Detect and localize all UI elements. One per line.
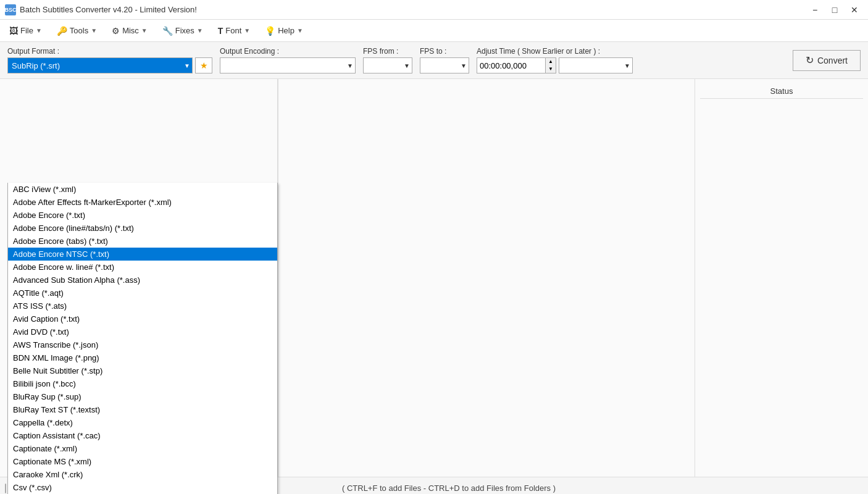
menu-misc[interactable]: ⚙ Misc ▼ [105, 23, 154, 39]
dropdown-list-item[interactable]: AWS Transcribe (*.json) [8, 338, 277, 351]
misc-icon: ⚙ [112, 26, 120, 36]
tools-icon: 🔑 [57, 26, 67, 36]
dropdown-list-item[interactable]: Adobe After Effects ft-MarkerExporter (*… [8, 196, 277, 209]
window-title: Batch Subtitles Converter v4.20 - Limite… [20, 5, 197, 14]
time-input[interactable] [477, 58, 545, 73]
adjust-time-label: Adjust Time ( Show Earlier or Later ) : [477, 47, 633, 56]
time-spinners: ▲ ▼ [545, 58, 556, 73]
convert-icon: ↻ [806, 54, 814, 66]
dropdown-list-item[interactable]: Caraoke Xml (*.crk) [8, 468, 277, 481]
toolbar: Output Format : SubRip (*.srt) ▼ ★ Outpu… [0, 42, 868, 79]
dropdown-list-item[interactable]: Advanced Sub Station Alpha (*.ass) [8, 274, 277, 287]
convert-button[interactable]: ↻ Convert [793, 50, 861, 71]
title-bar: BSC Batch Subtitles Converter v4.20 - Li… [0, 0, 868, 20]
dropdown-list-item[interactable]: Captionate MS (*.xml) [8, 455, 277, 468]
fixes-arrow: ▼ [197, 27, 203, 34]
font-arrow: ▼ [244, 27, 250, 34]
misc-arrow: ▼ [141, 27, 148, 34]
menu-tools-label: Tools [70, 26, 88, 35]
status-area: Status [695, 79, 868, 477]
adjust-time-select-wrapper: ▼ [559, 57, 633, 73]
dropdown-list-item[interactable]: Caption Assistant (*.cac) [8, 429, 277, 442]
dropdown-list-item[interactable]: Csv (*.csv) [8, 481, 277, 494]
fps-from-select[interactable] [363, 57, 412, 73]
menu-misc-label: Misc [122, 26, 139, 35]
files-area: Status [278, 79, 868, 477]
dropdown-list-item[interactable]: Adobe Encore w. line# (*.txt) [8, 261, 277, 274]
dropdown-list-item[interactable]: BluRay Sup (*.sup) [8, 390, 277, 403]
adjust-time-select[interactable] [559, 57, 633, 73]
fps-from-select-wrapper: ▼ [363, 57, 412, 73]
menu-file-label: File [20, 26, 33, 35]
menu-fixes[interactable]: 🔧 Fixes ▼ [156, 23, 210, 39]
status-header: Status [700, 84, 863, 99]
dropdown-list-item[interactable]: Belle Nuit Subtitler (*.stp) [8, 364, 277, 377]
format-select-wrapper: SubRip (*.srt) ▼ [7, 57, 193, 73]
fps-from-label: FPS from : [363, 47, 412, 56]
dropdown-list-item[interactable]: Adobe Encore (*.txt) [8, 209, 277, 222]
dropdown-list-item[interactable]: Avid Caption (*.txt) [8, 312, 277, 325]
time-input-wrapper: ▲ ▼ [477, 57, 556, 73]
font-icon: T [218, 26, 223, 36]
dropdown-list-item[interactable]: Avid DVD (*.txt) [8, 325, 277, 338]
dropdown-list-item[interactable]: Captionate (*.xml) [8, 442, 277, 455]
tools-arrow: ▼ [91, 27, 97, 34]
fps-to-select-wrapper: ▼ [420, 57, 469, 73]
menu-fixes-label: Fixes [175, 26, 194, 35]
encoding-select-wrapper: ▼ [220, 57, 356, 73]
dropdown-list-item[interactable]: ABC iView (*.xml) [8, 183, 277, 196]
maximize-button[interactable]: □ [826, 3, 843, 17]
output-format-group: Output Format : SubRip (*.srt) ▼ ★ [7, 47, 212, 73]
right-panel: Status [278, 79, 868, 477]
fps-to-label: FPS to : [420, 47, 469, 56]
dropdown-list-item[interactable]: Adobe Encore (line#/tabs/n) (*.txt) [8, 222, 277, 235]
output-format-select[interactable]: SubRip (*.srt) [7, 57, 193, 73]
fps-to-select[interactable] [420, 57, 469, 73]
output-encoding-label: Output Encoding : [220, 47, 356, 56]
minimize-button[interactable]: − [806, 3, 824, 17]
dropdown-list-item[interactable]: Adobe Encore NTSC (*.txt) [8, 248, 277, 261]
output-format-controls: SubRip (*.srt) ▼ ★ [7, 57, 212, 73]
file-arrow: ▼ [36, 27, 42, 34]
time-spin-down-button[interactable]: ▼ [546, 65, 556, 73]
help-icon: 💡 [265, 26, 275, 36]
help-arrow: ▼ [297, 27, 303, 34]
menu-tools[interactable]: 🔑 Tools ▼ [50, 23, 104, 39]
adjust-time-controls: ▲ ▼ ▼ [477, 57, 633, 73]
progress-bar-container [5, 484, 6, 493]
title-bar-controls: − □ ✕ [806, 3, 863, 17]
dropdown-list-item[interactable]: ATS ISS (*.ats) [8, 299, 277, 312]
fps-to-group: FPS to : ▼ [420, 47, 469, 73]
output-encoding-select[interactable] [220, 57, 356, 73]
time-spin-up-button[interactable]: ▲ [546, 58, 556, 65]
dropdown-list-item[interactable]: AQTitle (*.aqt) [8, 287, 277, 299]
menu-help-label: Help [278, 26, 294, 35]
star-icon: ★ [200, 61, 208, 70]
output-encoding-group: Output Encoding : ▼ [220, 47, 356, 73]
format-dropdown-list[interactable]: ABC iView (*.xml)Adobe After Effects ft-… [7, 183, 278, 494]
app-icon: BSC [5, 4, 16, 15]
dropdown-list-item[interactable]: BDN XML Image (*.png) [8, 351, 277, 364]
fixes-icon: 🔧 [162, 26, 173, 36]
favorite-button[interactable]: ★ [195, 57, 212, 73]
dropdown-list-item[interactable]: BluRay Text ST (*.textst) [8, 403, 277, 416]
menu-help[interactable]: 💡 Help ▼ [258, 23, 310, 39]
file-icon: 🖼 [9, 26, 18, 36]
menu-font[interactable]: T Font ▼ [211, 23, 257, 39]
menu-file[interactable]: 🖼 File ▼ [2, 23, 49, 39]
adjust-time-group: Adjust Time ( Show Earlier or Later ) : … [477, 47, 633, 73]
menu-bar: 🖼 File ▼ 🔑 Tools ▼ ⚙ Misc ▼ 🔧 Fixes ▼ T … [0, 20, 868, 42]
output-format-label: Output Format : [7, 47, 212, 56]
convert-label: Convert [817, 56, 848, 65]
close-button[interactable]: ✕ [846, 3, 863, 17]
title-bar-left: BSC Batch Subtitles Converter v4.20 - Li… [5, 4, 197, 15]
dropdown-list-item[interactable]: Bilibili json (*.bcc) [8, 377, 277, 390]
dropdown-list-item[interactable]: Adobe Encore (tabs) (*.txt) [8, 235, 277, 248]
fps-from-group: FPS from : ▼ [363, 47, 412, 73]
files-list-area [278, 79, 695, 477]
dropdown-list-item[interactable]: Cappella (*.detx) [8, 416, 277, 429]
menu-font-label: Font [225, 26, 241, 35]
